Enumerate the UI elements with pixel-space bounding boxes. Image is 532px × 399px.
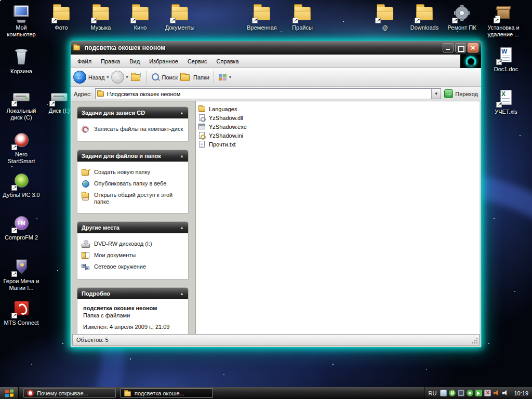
utorrent-icon[interactable] bbox=[449, 390, 456, 396]
titlebar[interactable]: подсветка окошек неоном bbox=[71, 41, 481, 55]
desktop-icon-uchet[interactable]: УЧЕТ.xls bbox=[486, 88, 526, 115]
panel-header-cd-tasks[interactable]: Задачи для записи CD ▲ bbox=[77, 107, 188, 118]
resize-grip[interactable] bbox=[471, 337, 478, 344]
desktop-icon-pc-repair[interactable]: Ремонт ПК bbox=[442, 4, 482, 31]
window-content: Задачи для записи CD ▲ Записать файлы на… bbox=[72, 101, 480, 334]
back-button[interactable] bbox=[73, 71, 86, 84]
maximize-button[interactable] bbox=[455, 43, 466, 52]
file-row-readme-txt[interactable]: Прочти.txt bbox=[198, 140, 480, 149]
panel-header-other-places[interactable]: Другие места ▲ bbox=[77, 222, 188, 233]
desktop-icon-movies[interactable]: Кино bbox=[120, 4, 161, 31]
agent-icon[interactable] bbox=[475, 390, 482, 396]
taskbar-button-opera[interactable]: Почему открывае... bbox=[23, 388, 116, 398]
start-button[interactable] bbox=[0, 387, 19, 399]
panel-file-tasks: Задачи для файлов и папок ▲ Создать нову… bbox=[77, 150, 189, 214]
status-text: Объектов: 5 bbox=[76, 337, 109, 343]
taskbar-button-explorer[interactable]: подсветка окоше... bbox=[121, 388, 213, 398]
folder-shortcut-icon bbox=[414, 4, 435, 23]
go-button[interactable]: → Переход bbox=[444, 89, 478, 98]
close-button[interactable] bbox=[468, 43, 478, 52]
desktop-icon-label: Установка и удаление ... bbox=[483, 24, 524, 38]
shortcut-arrow-icon bbox=[11, 144, 17, 150]
views-icon[interactable] bbox=[218, 73, 227, 81]
minimize-button[interactable] bbox=[443, 43, 454, 52]
desktop-icon-documents[interactable]: Документы bbox=[159, 4, 200, 31]
volume-alt-icon[interactable] bbox=[493, 390, 500, 396]
burn-cd-icon bbox=[82, 126, 90, 134]
place-network[interactable]: Сетевое окружение bbox=[82, 263, 184, 271]
desktop-icon-my-computer[interactable]: Мой компьютер bbox=[1, 4, 42, 38]
file-row-yzshadow-ini[interactable]: YzShadow.ini bbox=[198, 131, 480, 140]
dll-file-icon bbox=[198, 114, 206, 122]
address-dropdown-button[interactable]: ▼ bbox=[431, 89, 441, 99]
search-icon[interactable] bbox=[151, 73, 160, 82]
views-dropdown-icon[interactable]: ▾ bbox=[229, 75, 231, 79]
desktop-icon-at[interactable]: @ bbox=[365, 4, 405, 31]
go-arrow-icon: → bbox=[444, 89, 453, 98]
menu-tools[interactable]: Сервис bbox=[183, 58, 212, 64]
desktop-icon-heroes[interactable]: Герои Меча и Магии I... bbox=[1, 258, 42, 291]
folder-shortcut-icon bbox=[129, 4, 151, 23]
desktop-icon-label: @ bbox=[365, 24, 405, 31]
panel-title: Задачи для записи CD bbox=[82, 110, 145, 116]
menu-edit[interactable]: Правка bbox=[96, 58, 125, 64]
desktop-icon-label: ComproFM 2 bbox=[1, 234, 42, 241]
desktop-icon-photo[interactable]: Фото bbox=[41, 4, 82, 31]
desktop-icon-music[interactable]: Музыка bbox=[81, 4, 121, 31]
desktop-icon-comprofm[interactable]: ComproFM 2 bbox=[1, 214, 42, 241]
address-input[interactable]: I:\подсветка окошек неоном ▼ bbox=[95, 88, 442, 99]
file-name: YzShadow.ini bbox=[209, 132, 243, 139]
file-row-yzshadow-exe[interactable]: YzShadow.exe bbox=[198, 122, 480, 131]
task-publish-web[interactable]: Опубликовать папку в вебе bbox=[82, 180, 184, 188]
language-indicator[interactable]: RU bbox=[429, 390, 437, 396]
shortcut-arrow-icon bbox=[11, 185, 17, 191]
task-label: Опубликовать папку в вебе bbox=[94, 180, 166, 187]
opera-icon bbox=[27, 390, 34, 396]
desktop-icon-dublgis[interactable]: ДубльГИС 3.0 bbox=[1, 171, 42, 198]
task-share-folder[interactable]: Открыть общий доступ к этой папке bbox=[82, 192, 184, 205]
up-folder-button[interactable] bbox=[130, 72, 142, 82]
place-dvd-drive[interactable]: DVD-RW дисковод (I:) bbox=[82, 241, 184, 248]
word-doc-icon bbox=[495, 46, 517, 65]
file-row-languages[interactable]: Languages bbox=[198, 104, 480, 113]
desktop-icon-doc1[interactable]: Doc1.doc bbox=[486, 46, 526, 73]
forward-button[interactable] bbox=[111, 71, 124, 84]
menu-view[interactable]: Вид bbox=[125, 58, 144, 64]
menu-favorites[interactable]: Избранное bbox=[144, 58, 183, 64]
desktop-icon-add-remove[interactable]: Установка и удаление ... bbox=[483, 4, 524, 38]
computer-tray-icon[interactable] bbox=[458, 390, 464, 396]
folders-button[interactable] bbox=[180, 72, 191, 82]
back-label[interactable]: Назад bbox=[88, 74, 105, 81]
desktop-icon-mts-connect[interactable]: MTS Connect bbox=[1, 299, 42, 326]
panel-header-file-tasks[interactable]: Задачи для файлов и папок ▲ bbox=[77, 150, 188, 162]
go-label: Переход bbox=[455, 91, 478, 97]
wireless-icon[interactable] bbox=[467, 390, 473, 396]
panel-header-details[interactable]: Подробно ▲ bbox=[77, 288, 188, 299]
desktop-icon-local-disk-c[interactable]: Локальный диск (C) bbox=[1, 87, 42, 121]
removable-drive-icon[interactable] bbox=[440, 390, 447, 396]
task-new-folder[interactable]: Создать новую папку bbox=[82, 169, 184, 177]
network-error-icon[interactable] bbox=[484, 390, 491, 396]
menu-file[interactable]: Файл bbox=[73, 58, 96, 64]
desktop-icon-recycle-bin[interactable]: Корзина bbox=[1, 48, 42, 75]
desktop-icon-label: Кино bbox=[120, 24, 161, 31]
desktop-icon-label: Downloads bbox=[404, 24, 445, 31]
place-my-documents[interactable]: Мои документы bbox=[82, 252, 184, 260]
desktop-icon-prices[interactable]: Прайсы bbox=[282, 4, 323, 31]
panel-other-places: Другие места ▲ DVD-RW дисковод (I:) Мои … bbox=[77, 221, 189, 280]
shortcut-arrow-icon bbox=[11, 228, 17, 233]
desktop-icon-temp[interactable]: Временная bbox=[242, 4, 282, 31]
folders-label[interactable]: Папки bbox=[193, 74, 209, 81]
volume-icon[interactable] bbox=[502, 390, 509, 396]
desktop-icon-downloads[interactable]: Downloads bbox=[404, 4, 445, 31]
task-burn-cd[interactable]: Записать файлы на компакт-диск bbox=[82, 126, 184, 134]
details-folder-type: Папка с файлами bbox=[83, 312, 182, 318]
forward-dropdown-icon[interactable]: ▾ bbox=[126, 75, 128, 79]
back-dropdown-icon[interactable]: ▾ bbox=[107, 75, 109, 79]
desktop-icon-nero[interactable]: Nero StartSmart bbox=[1, 131, 42, 165]
search-label[interactable]: Поиск bbox=[162, 74, 178, 81]
desktop-icon-label: Фото bbox=[41, 24, 82, 31]
file-row-yzshadow-dll[interactable]: YzShadow.dll bbox=[198, 113, 480, 122]
menu-help[interactable]: Справка bbox=[212, 58, 244, 64]
place-label: DVD-RW дисковод (I:) bbox=[94, 241, 152, 247]
